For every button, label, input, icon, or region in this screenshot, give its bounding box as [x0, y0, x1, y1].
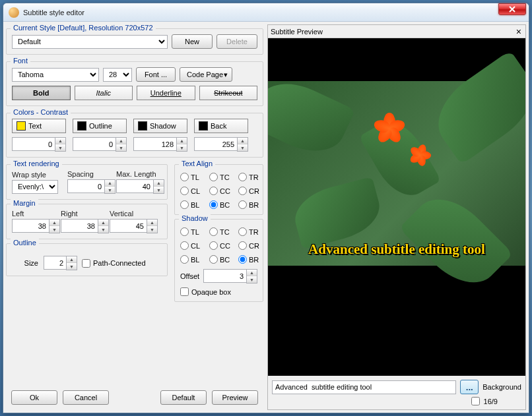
back-contrast-spinner[interactable]: ▲▼	[194, 137, 248, 152]
colors-group-title: Colors - Contrast	[11, 108, 71, 116]
align-cc[interactable]: CC	[209, 187, 236, 195]
margin-left-label: Left	[12, 210, 51, 218]
shadow-cc[interactable]: CC	[209, 241, 236, 250]
font-group: Font Tahoma 28 Font ... Code Page▾ Bold …	[6, 61, 263, 106]
shadow-cl[interactable]: CL	[180, 241, 207, 250]
preview-button[interactable]: Preview	[212, 390, 258, 405]
shadow-br[interactable]: BR	[238, 255, 265, 264]
back-color-button[interactable]: Back	[194, 119, 248, 133]
preview-close-button[interactable]: ×	[515, 26, 523, 37]
font-select[interactable]: Tahoma	[12, 68, 99, 82]
align-tr[interactable]: TR	[238, 173, 265, 181]
outline-group: Outline Size ▲▼ Path-Connected	[6, 243, 168, 276]
offset-label: Offset	[180, 272, 199, 280]
outline-size-spinner[interactable]: ▲▼	[44, 256, 77, 270]
close-icon	[509, 6, 515, 13]
content: Current Style [Default], Resolution 720x…	[3, 22, 529, 413]
offset-spinner[interactable]: ▲▼	[203, 269, 257, 283]
outline-size-label: Size	[12, 259, 38, 267]
margin-right-label: Right	[61, 210, 100, 218]
preview-header: Subtitle Preview ×	[268, 25, 525, 38]
align-br[interactable]: BR	[238, 200, 265, 209]
subtitle-text-input[interactable]	[272, 380, 456, 394]
window: Subtitle style editor Current Style [Def…	[3, 3, 529, 413]
outline-contrast-input[interactable]	[73, 137, 116, 151]
path-connected-label: Path-Connected	[93, 259, 146, 267]
maxlen-label: Max. Length	[116, 170, 160, 178]
path-connected-checkbox[interactable]	[82, 259, 90, 268]
shadow-cr[interactable]: CR	[238, 241, 265, 250]
maxlen-spinner[interactable]: ▲▼	[116, 179, 160, 194]
text-color-button[interactable]: Text	[12, 119, 66, 133]
margin-right-spinner[interactable]: ▲▼	[61, 219, 100, 233]
align-cr[interactable]: CR	[238, 187, 265, 195]
text-align-title: Text Align	[179, 160, 215, 167]
size-select[interactable]: 28	[103, 68, 132, 82]
browse-bg-button[interactable]: ...	[460, 380, 479, 394]
margin-vert-spinner[interactable]: ▲▼	[110, 219, 149, 233]
shadow-contrast-spinner[interactable]: ▲▼	[133, 137, 187, 152]
spacing-spinner[interactable]: ▲▼	[67, 179, 107, 194]
codepage-button[interactable]: Code Page▾	[180, 67, 232, 82]
new-button[interactable]: New	[172, 34, 213, 49]
cancel-button[interactable]: Cancel	[63, 390, 109, 405]
chevron-down-icon: ▾	[224, 71, 228, 79]
spacing-label: Spacing	[67, 170, 107, 178]
back-contrast-input[interactable]	[194, 137, 237, 151]
align-bc[interactable]: BC	[209, 200, 236, 209]
font-group-title: Font	[11, 57, 30, 65]
margin-vert-label: Vertical	[110, 210, 149, 218]
app-icon	[9, 7, 19, 18]
ok-button[interactable]: Ok	[11, 390, 57, 405]
align-tl[interactable]: TL	[180, 173, 207, 181]
shadow-color-swatch	[138, 121, 147, 131]
default-button[interactable]: Default	[160, 390, 207, 405]
ratio-checkbox[interactable]	[471, 397, 480, 405]
shadow-group: Shadow TL TC TR CL CC CR BL BC BR	[174, 219, 263, 302]
opaque-checkbox[interactable]	[180, 287, 189, 296]
margin-group: Margin Left ▲▼ Right ▲▼ Vertical	[6, 204, 168, 239]
shadow-title: Shadow	[179, 214, 211, 222]
ratio-label: 16/9	[484, 398, 498, 405]
shadow-bl[interactable]: BL	[180, 255, 207, 264]
margin-left-spinner[interactable]: ▲▼	[12, 219, 51, 233]
margin-title: Margin	[11, 199, 38, 207]
underline-toggle[interactable]: Underline	[137, 86, 195, 100]
text-contrast-spinner[interactable]: ▲▼	[12, 137, 66, 152]
align-tc[interactable]: TC	[209, 173, 236, 181]
bottom-button-row: Ok Cancel Default Preview	[6, 390, 263, 410]
align-cl[interactable]: CL	[180, 187, 207, 195]
font-dialog-button[interactable]: Font ...	[136, 67, 176, 82]
bold-toggle[interactable]: Bold	[12, 86, 71, 100]
delete-button[interactable]: Delete	[216, 34, 257, 49]
italic-toggle[interactable]: Italic	[75, 86, 133, 100]
text-contrast-input[interactable]	[12, 137, 55, 151]
background-label: Background	[482, 383, 521, 391]
shadow-contrast-input[interactable]	[133, 137, 176, 151]
outline-color-button[interactable]: Outline	[73, 119, 127, 133]
shadow-tr[interactable]: TR	[238, 227, 265, 236]
text-rendering-group: Text rendering Wrap style Evenly:\N Spac…	[6, 164, 168, 200]
preview-title: Subtitle Preview	[271, 28, 323, 36]
shadow-tl[interactable]: TL	[180, 227, 207, 236]
style-select[interactable]: Default	[12, 35, 168, 49]
left-panel: Current Style [Default], Resolution 720x…	[6, 24, 263, 410]
shadow-color-button[interactable]: Shadow	[133, 119, 187, 133]
style-group: Current Style [Default], Resolution 720x…	[6, 28, 263, 55]
preview-image: Advanced subtitle editing tool	[268, 81, 525, 266]
shadow-bc[interactable]: BC	[209, 255, 236, 264]
outline-color-swatch	[77, 121, 86, 131]
text-rendering-title: Text rendering	[11, 160, 62, 167]
subtitle-preview-text: Advanced subtitle editing tool	[268, 241, 525, 258]
window-title: Subtitle style editor	[23, 9, 498, 16]
wrap-select[interactable]: Evenly:\N	[12, 180, 58, 194]
preview-panel: Subtitle Preview ×	[267, 24, 526, 410]
outline-contrast-spinner[interactable]: ▲▼	[73, 137, 127, 152]
back-color-swatch	[199, 121, 208, 131]
shadow-tc[interactable]: TC	[209, 227, 236, 236]
align-bl[interactable]: BL	[180, 200, 207, 209]
titlebar: Subtitle style editor	[3, 3, 529, 22]
outline-title: Outline	[11, 239, 39, 247]
close-button[interactable]	[498, 3, 526, 15]
strikeout-toggle[interactable]: Strikeout	[199, 86, 258, 100]
